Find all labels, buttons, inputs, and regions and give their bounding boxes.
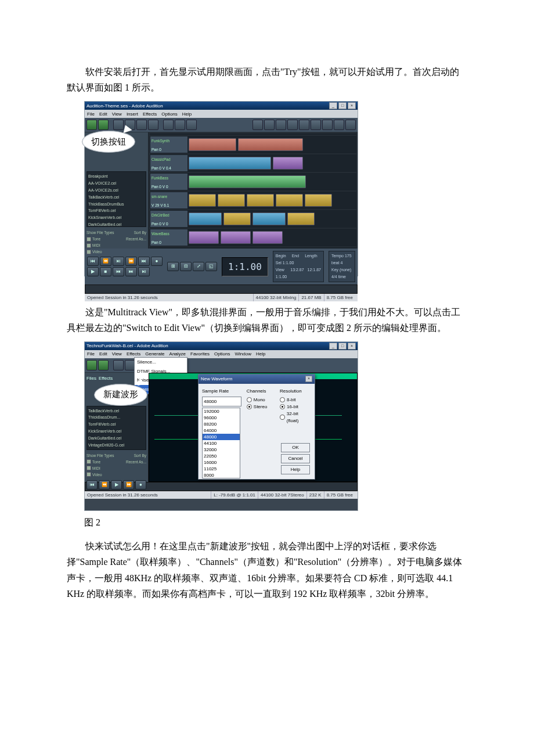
toolbar-icon[interactable]: [276, 120, 286, 130]
maximize-icon[interactable]: □: [338, 102, 347, 109]
switch-to-edit-view-button[interactable]: [86, 120, 97, 130]
rate-option[interactable]: 192000: [203, 408, 240, 415]
menu-file[interactable]: File: [87, 110, 95, 118]
menu-edit[interactable]: Edit: [99, 110, 107, 118]
menu-file[interactable]: File: [87, 350, 95, 358]
new-waveform-button[interactable]: [113, 360, 124, 370]
transport-button[interactable]: ⏪: [100, 257, 111, 266]
rate-option[interactable]: 32000: [203, 447, 240, 453]
checkbox-icon[interactable]: [86, 466, 91, 470]
rate-option[interactable]: 88200: [203, 421, 240, 427]
file-list[interactable]: Breakpoint AA-VOICE2.cel AA-VOICE2s.cel …: [86, 171, 146, 227]
multitrack-view-button[interactable]: [98, 120, 109, 130]
toolbar-icon[interactable]: [186, 120, 197, 130]
transport-button[interactable]: ⏪: [99, 480, 110, 489]
transport-button[interactable]: ■: [100, 267, 111, 276]
tab-files[interactable]: Files: [86, 375, 96, 383]
close-icon[interactable]: ×: [348, 343, 356, 350]
toolbar-icon[interactable]: [322, 120, 333, 130]
audio-clip[interactable]: [305, 194, 332, 207]
audio-clip[interactable]: [189, 213, 222, 225]
transport-button[interactable]: ⏩: [125, 257, 137, 266]
zoom-button[interactable]: ◱: [205, 262, 217, 271]
zoom-button[interactable]: ⊟: [180, 262, 192, 271]
menubar[interactable]: File Edit View Insert Effects Options He…: [85, 110, 358, 118]
transport-button[interactable]: ⏮: [113, 267, 124, 276]
radio-icon[interactable]: [280, 404, 285, 409]
transport-button[interactable]: ⏯: [113, 257, 124, 266]
rate-option[interactable]: 64000: [203, 427, 240, 434]
rate-option[interactable]: 44100: [203, 440, 240, 447]
edit-view-button[interactable]: [86, 360, 97, 370]
rate-option[interactable]: 16000: [203, 459, 240, 466]
maximize-icon[interactable]: □: [338, 343, 347, 350]
checkbox-icon[interactable]: [86, 472, 91, 477]
menu-edit[interactable]: Edit: [99, 350, 107, 358]
radio-icon[interactable]: [247, 404, 252, 409]
file-item[interactable]: AA-VOICE2s.cel: [88, 187, 145, 194]
file-item[interactable]: Breakpoint: [88, 173, 145, 180]
rate-option[interactable]: 48000: [203, 434, 240, 440]
transport-button[interactable]: ▶: [111, 480, 122, 489]
horizontal-scrollbar[interactable]: [85, 285, 358, 294]
file-item[interactable]: TomFillVerb.cel: [88, 207, 145, 214]
close-icon[interactable]: ×: [305, 376, 312, 382]
audio-clip[interactable]: [252, 231, 283, 244]
sample-rate-input[interactable]: 48000: [202, 397, 241, 407]
menu-item[interactable]: Silence...: [135, 358, 187, 367]
transport-button[interactable]: ⏭: [125, 267, 137, 276]
transport-button[interactable]: ▶: [87, 267, 99, 276]
audio-clip[interactable]: [189, 194, 216, 207]
tab-effects[interactable]: Effects: [99, 375, 113, 383]
toolbar-icon[interactable]: [287, 120, 298, 130]
multitrack-view-button[interactable]: [98, 360, 109, 370]
audio-clip[interactable]: [189, 175, 306, 188]
menu-help[interactable]: Help: [182, 110, 192, 118]
timeline-ruler[interactable]: [150, 134, 356, 135]
audio-clip[interactable]: [218, 194, 245, 207]
audio-clip[interactable]: [189, 138, 236, 151]
transport-button[interactable]: ⏭: [138, 257, 150, 266]
transport-button[interactable]: ⏯: [138, 267, 150, 276]
file-item[interactable]: AA-VOICE2.cel: [88, 180, 145, 187]
close-icon[interactable]: ×: [348, 102, 356, 109]
rate-option[interactable]: 22050: [203, 453, 240, 459]
menu-view[interactable]: View: [112, 110, 122, 118]
file-item[interactable]: TalkBackVerb.cel: [88, 194, 145, 201]
minimize-icon[interactable]: _: [329, 102, 337, 109]
toolbar-icon[interactable]: [345, 120, 356, 130]
menu-help[interactable]: Help: [256, 350, 265, 358]
toolbar-icon[interactable]: [334, 120, 344, 130]
file-item[interactable]: VintageDrill20-G.cel: [88, 442, 145, 449]
file-item[interactable]: KickSnareVerb.cel: [88, 214, 145, 221]
audio-clip[interactable]: [252, 213, 286, 225]
file-item[interactable]: ThickBassDrum...: [88, 414, 145, 421]
radio-icon[interactable]: [280, 415, 285, 420]
checkbox-icon[interactable]: [86, 459, 91, 464]
transport-button[interactable]: ⏮: [86, 480, 98, 489]
help-button[interactable]: Help: [281, 465, 310, 474]
rate-option[interactable]: 8000: [203, 472, 240, 478]
menu-effects[interactable]: Effects: [143, 110, 157, 118]
transport-button[interactable]: ⏮: [87, 257, 99, 266]
rate-option[interactable]: 96000: [203, 415, 240, 421]
toolbar-icon[interactable]: [175, 120, 185, 130]
file-item[interactable]: ThickBassDrumBus: [88, 201, 145, 208]
audio-clip[interactable]: [189, 231, 219, 244]
menu-options[interactable]: Options: [161, 110, 178, 118]
checkbox-icon[interactable]: [86, 243, 91, 248]
audio-clip[interactable]: [221, 231, 251, 244]
transport-button[interactable]: ●: [135, 480, 146, 489]
file-item[interactable]: DarkGuitarBed.cel: [88, 221, 145, 228]
menu-favorites[interactable]: Favorites: [190, 350, 210, 358]
radio-icon[interactable]: [280, 397, 285, 402]
checkbox-icon[interactable]: [86, 237, 91, 242]
transport-button[interactable]: ●: [151, 257, 163, 266]
toolbar-icon[interactable]: [264, 120, 275, 130]
audio-clip[interactable]: [287, 213, 315, 225]
minimize-icon[interactable]: _: [329, 343, 337, 350]
radio-icon[interactable]: [247, 397, 252, 402]
file-item[interactable]: KickSnareVerb.cel: [88, 428, 145, 435]
toolbar-icon[interactable]: [311, 120, 321, 130]
audio-clip[interactable]: [223, 213, 251, 225]
